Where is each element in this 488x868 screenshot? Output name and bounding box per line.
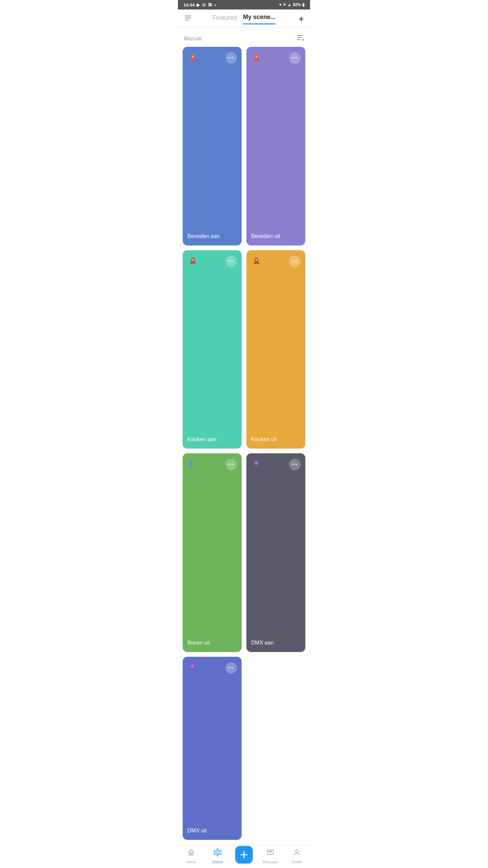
svg-point-7 (192, 56, 194, 58)
battery-percent: 92% (293, 2, 301, 7)
status-left: 14:44 ▶ ⊙ ⌘ • (183, 2, 216, 7)
status-right: ▾ ✕ ▲ 92% ▮ (279, 2, 305, 7)
nav-message[interactable]: Message (261, 848, 280, 864)
svg-rect-27 (190, 854, 192, 855)
signal-x-icon: ✕ (283, 2, 286, 7)
header: Featured My scene... + (178, 9, 310, 24)
card-label-beneden-aan: Beneden aan (187, 233, 237, 239)
nav-scene[interactable]: Scene (208, 848, 227, 864)
scene-card-keuken-uit[interactable]: Keuken uit (246, 250, 305, 449)
card-menu-keuken-aan[interactable] (225, 256, 237, 267)
signal-icon: ▲ (287, 2, 291, 7)
card-menu-boven-uit[interactable] (225, 459, 237, 470)
svg-point-40 (271, 851, 272, 852)
svg-point-25 (191, 665, 194, 667)
svg-point-30 (217, 855, 218, 856)
scene-card-boven-uit[interactable]: Boven uit (183, 453, 242, 652)
add-scene-button[interactable]: + (293, 14, 304, 24)
svg-point-34 (220, 853, 221, 855)
svg-rect-15 (190, 460, 190, 467)
scene-card-keuken-aan[interactable]: Keuken aan (183, 250, 242, 449)
scene-card-dmx-aan[interactable]: DMX aan (246, 453, 305, 652)
card-label-dmx-uit: DMX uit (187, 828, 237, 834)
spaceship-icon (251, 256, 262, 269)
book-icon (187, 459, 197, 471)
add-button[interactable] (235, 846, 253, 864)
card-label-beneden-uit: Beneden uit (251, 233, 301, 239)
status-time: 14:44 (183, 2, 195, 7)
svg-point-13 (256, 259, 258, 261)
card-top (251, 52, 301, 65)
section-title: Manual (184, 36, 202, 42)
location-icon: ▶ (197, 2, 200, 7)
instagram-icon: ⊙ (202, 2, 206, 7)
tab-my-scene[interactable]: My scene... (243, 14, 276, 24)
dot-icon: • (214, 2, 216, 7)
svg-rect-37 (267, 850, 273, 854)
card-top (187, 52, 237, 65)
svg-point-31 (214, 850, 215, 852)
svg-point-28 (216, 851, 219, 854)
card-label-dmx-aan: DMX aan (251, 640, 301, 646)
scene-card-beneden-uit[interactable]: Beneden uit (246, 47, 305, 245)
svg-point-38 (269, 851, 269, 852)
spaceship-icon (187, 52, 198, 65)
headphone-icon: ⌘ (208, 2, 212, 7)
svg-point-33 (214, 853, 215, 855)
card-menu-keuken-uit[interactable] (289, 256, 301, 267)
home-icon (187, 848, 195, 859)
svg-point-21 (255, 462, 257, 464)
svg-point-29 (217, 849, 218, 850)
card-top (187, 662, 237, 675)
card-label-keuken-uit: Keuken uit (251, 436, 301, 442)
card-top (251, 256, 301, 269)
card-label-boven-uit: Boven uit (187, 640, 237, 646)
card-menu-dmx-aan[interactable] (289, 459, 301, 470)
menu-icon[interactable] (184, 14, 195, 24)
card-top (187, 256, 237, 269)
card-label-keuken-aan: Keuken aan (187, 436, 237, 442)
nav-profile-label: Profile (291, 860, 302, 864)
nav-home-label: Home (186, 860, 196, 864)
nav-home[interactable]: Home (182, 848, 201, 864)
svg-point-11 (192, 259, 194, 261)
bulb-icon (187, 662, 198, 675)
scene-card-beneden-aan[interactable]: Beneden aan (183, 47, 242, 245)
svg-point-9 (256, 56, 258, 58)
bottom-nav: Home Scene (178, 845, 310, 868)
message-icon (266, 848, 274, 859)
svg-point-32 (220, 850, 221, 852)
svg-rect-16 (189, 462, 192, 462)
nav-scene-label: Scene (212, 860, 223, 864)
tab-featured[interactable]: Featured (212, 14, 237, 24)
nav-add[interactable] (235, 849, 253, 864)
bulb-icon (251, 459, 261, 471)
nav-profile[interactable]: Profile (287, 848, 306, 864)
scene-card-dmx-uit[interactable]: DMX uit (183, 657, 242, 840)
header-tabs: Featured My scene... (195, 14, 293, 24)
svg-rect-17 (189, 464, 192, 464)
nav-message-label: Message (263, 860, 278, 864)
card-top (251, 459, 301, 471)
wifi-icon: ▾ (279, 2, 281, 7)
card-menu-beneden-aan[interactable] (225, 52, 237, 64)
card-top (187, 459, 237, 471)
scene-icon (213, 848, 222, 859)
section-header: Manual (178, 27, 310, 47)
svg-point-39 (270, 851, 271, 852)
spaceship-icon (187, 256, 198, 269)
status-bar: 14:44 ▶ ⊙ ⌘ • ▾ ✕ ▲ 92% ▮ (178, 0, 310, 9)
sort-icon[interactable] (296, 34, 304, 43)
card-menu-dmx-uit[interactable] (225, 662, 237, 674)
svg-point-41 (296, 850, 298, 852)
battery-icon: ▮ (302, 2, 305, 7)
spaceship-icon (251, 52, 262, 65)
scenes-grid: Beneden aan Beneden uit (178, 47, 310, 840)
profile-icon (293, 848, 301, 859)
card-menu-beneden-uit[interactable] (289, 52, 301, 64)
